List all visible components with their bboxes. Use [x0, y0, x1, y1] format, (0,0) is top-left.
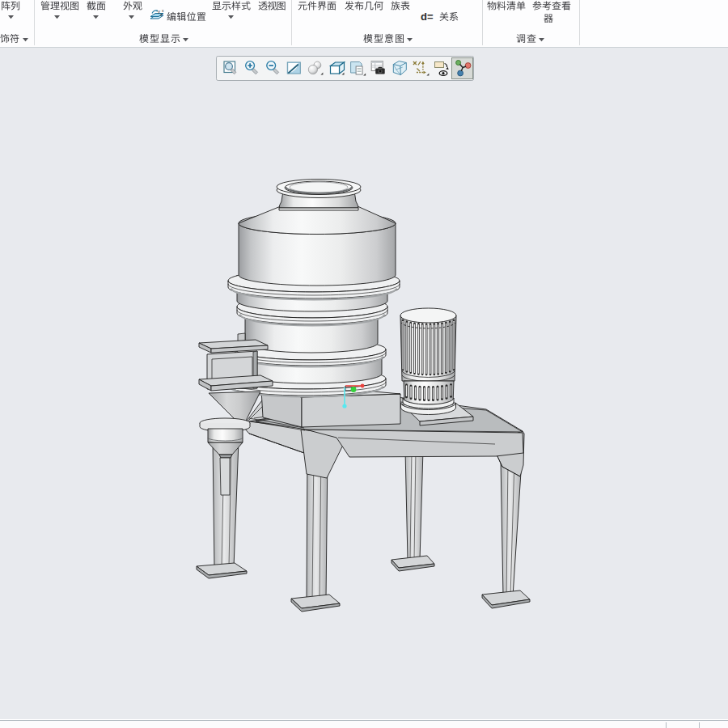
svg-text:d=: d= — [421, 11, 434, 23]
svg-text:x: x — [162, 8, 164, 13]
